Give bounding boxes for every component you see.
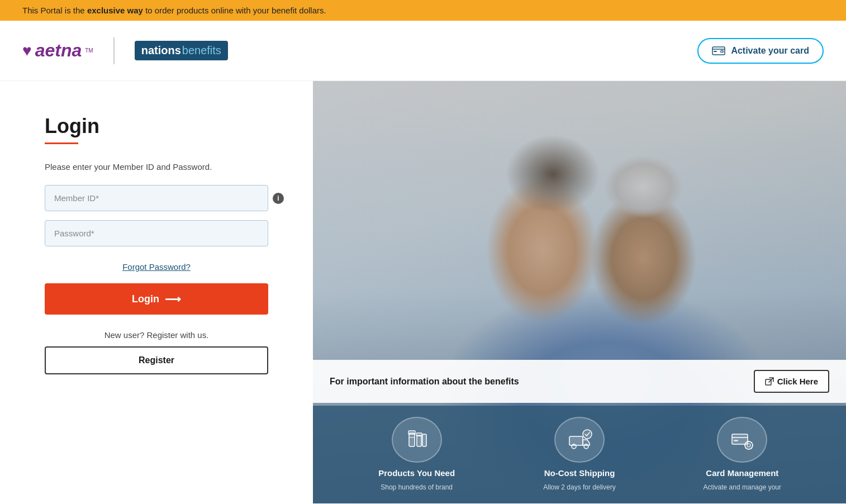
member-id-input[interactable] — [45, 185, 268, 211]
svg-line-28 — [746, 448, 747, 448]
login-arrow-icon: ⟶ — [165, 292, 181, 306]
products-title: Products You Need — [378, 468, 455, 478]
main-content: Login Please enter your Member ID and Pa… — [0, 81, 846, 503]
products-circle — [392, 417, 442, 463]
svg-rect-18 — [734, 440, 738, 441]
password-input[interactable] — [45, 220, 268, 246]
card-management-circle — [717, 417, 767, 463]
svg-rect-2 — [714, 51, 717, 52]
shipping-icon — [565, 425, 594, 454]
login-title-underline — [45, 142, 78, 144]
svg-rect-8 — [417, 435, 421, 446]
products-desc: Shop hundreds of brand — [381, 483, 453, 492]
aetna-logo: ♥ aetnaTM — [22, 40, 93, 61]
svg-rect-12 — [569, 436, 583, 445]
svg-line-27 — [752, 443, 752, 443]
aetna-heart-icon: ♥ — [22, 42, 32, 60]
password-group — [45, 220, 268, 246]
click-here-label: Click Here — [777, 377, 818, 386]
forgot-password-link[interactable]: Forgot Password? — [122, 262, 191, 272]
banner-text: This Portal is the exclusive way to orde… — [22, 6, 326, 15]
svg-point-15 — [583, 430, 592, 439]
card-management-icon — [728, 425, 757, 454]
activate-card-button[interactable]: Activate your card — [697, 38, 824, 64]
header: ♥ aetnaTM nationsbenefits Activate your … — [0, 21, 846, 81]
feature-shipping: No-Cost Shipping Allow 2 days for delive… — [529, 417, 630, 492]
forgot-password-link-wrapper: Forgot Password? — [45, 262, 268, 272]
svg-rect-16 — [732, 434, 748, 444]
shipping-title: No-Cost Shipping — [544, 468, 615, 478]
external-link-icon — [765, 377, 774, 386]
member-id-group: i — [45, 185, 268, 211]
products-icon — [402, 425, 431, 454]
svg-line-26 — [752, 448, 752, 448]
aetna-trademark: TM — [85, 47, 93, 54]
svg-line-25 — [746, 443, 747, 443]
svg-point-4 — [720, 50, 723, 53]
info-bar: For important information about the bene… — [313, 360, 846, 403]
svg-rect-7 — [408, 431, 415, 434]
register-prompt-text: New user? Register with us. — [45, 330, 268, 340]
feature-circles: Products You Need Shop hundreds of brand — [313, 406, 846, 503]
card-management-desc: Activate and manage your — [704, 483, 781, 492]
top-banner: This Portal is the exclusive way to orde… — [0, 0, 846, 21]
benefits-brand-name: benefits — [182, 44, 221, 57]
nations-brand-name: nations — [141, 44, 181, 57]
shipping-desc: Allow 2 days for delivery — [543, 483, 615, 492]
logo-group: ♥ aetnaTM nationsbenefits — [22, 37, 228, 64]
shipping-circle — [554, 417, 605, 463]
login-subtitle: Please enter your Member ID and Password… — [45, 162, 268, 172]
login-button-label: Login — [132, 293, 159, 305]
info-bar-text: For important information about the bene… — [330, 377, 743, 387]
feature-card-management: Card Management Activate and manage your — [692, 417, 792, 492]
login-button[interactable]: Login ⟶ — [45, 283, 268, 315]
credit-card-icon — [712, 46, 725, 55]
feature-products: Products You Need Shop hundreds of brand — [367, 417, 467, 492]
hero-panel: For important information about the bene… — [313, 81, 846, 503]
svg-rect-6 — [409, 433, 415, 446]
login-title: Login — [45, 115, 268, 138]
click-here-button[interactable]: Click Here — [754, 370, 829, 393]
activate-card-label: Activate your card — [731, 46, 809, 56]
logo-divider — [113, 37, 115, 64]
register-section: New user? Register with us. Register — [45, 330, 268, 374]
member-id-info-icon[interactable]: i — [273, 193, 284, 204]
aetna-brand-name: aetna — [35, 40, 82, 61]
register-button[interactable]: Register — [45, 346, 268, 374]
svg-point-14 — [584, 444, 588, 449]
svg-rect-10 — [422, 434, 426, 446]
nations-benefits-logo: nationsbenefits — [135, 41, 228, 60]
svg-point-13 — [572, 444, 576, 449]
card-management-title: Card Management — [706, 468, 778, 478]
login-panel: Login Please enter your Member ID and Pa… — [0, 81, 313, 503]
svg-rect-9 — [416, 433, 422, 436]
